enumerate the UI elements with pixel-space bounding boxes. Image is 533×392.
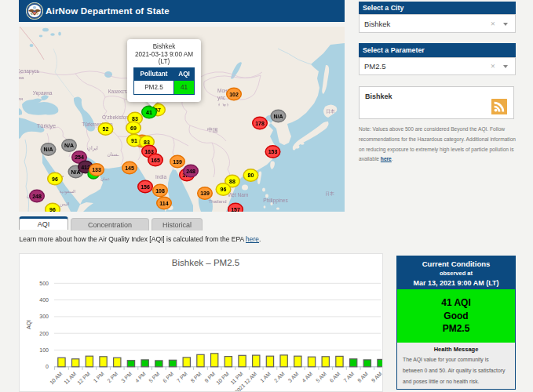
svg-text:Украина: Украина (33, 90, 53, 96)
svg-text:133: 133 (92, 167, 101, 172)
svg-text:السعودية: السعودية (60, 189, 76, 194)
svg-text:83: 83 (144, 140, 150, 145)
svg-text:114: 114 (159, 201, 168, 206)
svg-text:8 AM: 8 AM (356, 371, 369, 383)
svg-text:91: 91 (131, 138, 137, 143)
svg-text:Bishkek – PM2.5: Bishkek – PM2.5 (172, 258, 239, 267)
svg-text:11 AM: 11 AM (63, 371, 77, 385)
svg-text:India: India (155, 174, 166, 180)
svg-text:88: 88 (229, 179, 235, 184)
svg-text:3 AM: 3 AM (287, 371, 300, 383)
svg-text:3 PM: 3 PM (120, 371, 133, 383)
svg-text:248: 248 (32, 194, 42, 199)
svg-text:5 AM: 5 AM (315, 371, 327, 383)
svg-text:400: 400 (39, 297, 49, 303)
svg-text:اليمن: اليمن (60, 201, 70, 207)
svg-text:1 PM: 1 PM (92, 371, 104, 383)
svg-text:на: на (19, 75, 24, 80)
svg-text:96: 96 (49, 207, 56, 212)
svg-text:O’zbekiston: O’zbekiston (102, 114, 129, 120)
svg-text:500: 500 (39, 281, 49, 286)
svg-text:157: 157 (231, 207, 240, 212)
svg-text:300: 300 (39, 314, 49, 319)
svg-text:12 PM: 12 PM (76, 371, 91, 386)
svg-text:ـستان: ـستان (107, 152, 119, 157)
svg-text:102: 102 (229, 92, 239, 97)
svg-text:1 AM: 1 AM (259, 371, 272, 383)
svg-text:عمان: عمان (100, 176, 110, 181)
svg-text:улс: улс (217, 95, 226, 101)
svg-text:163: 163 (144, 149, 154, 154)
svg-text:2 AM: 2 AM (273, 371, 286, 383)
svg-text:ايران: ايران (87, 145, 98, 151)
svg-text:Türkiye: Türkiye (37, 122, 57, 129)
svg-text:Việt Nam: Việt Nam (228, 192, 249, 198)
svg-text:96: 96 (221, 187, 227, 192)
svg-text:日本: 日本 (326, 109, 335, 114)
svg-text:7 AM: 7 AM (342, 371, 355, 383)
svg-text:0: 0 (46, 364, 49, 369)
svg-text:100: 100 (39, 347, 49, 353)
svg-text:日本: 日本 (325, 191, 334, 197)
svg-text:2 PM: 2 PM (106, 371, 119, 383)
svg-text:4 AM: 4 AM (301, 371, 313, 383)
svg-text:153: 153 (268, 149, 278, 154)
svg-text:Thailand: Thailand (208, 199, 226, 204)
svg-text:145: 145 (125, 165, 134, 171)
svg-text:96: 96 (52, 176, 58, 182)
svg-text:80: 80 (248, 172, 254, 178)
svg-text:6 AM: 6 AM (329, 371, 341, 383)
svg-text:9 AM: 9 AM (371, 371, 382, 383)
svg-text:83: 83 (132, 116, 138, 122)
svg-text:4 PM: 4 PM (134, 371, 147, 383)
svg-text:5 PM: 5 PM (148, 371, 160, 383)
svg-text:中国: 中国 (207, 127, 218, 133)
svg-text:7 PM: 7 PM (176, 371, 188, 383)
svg-text:AQI: AQI (26, 320, 32, 329)
svg-text:10 AM: 10 AM (49, 371, 64, 386)
svg-text:41: 41 (146, 110, 152, 115)
svg-text:165: 165 (151, 158, 160, 163)
svg-text:10 PM: 10 PM (215, 371, 230, 386)
svg-text:ния: ния (19, 96, 23, 101)
svg-text:Philippines: Philippines (263, 198, 288, 204)
svg-text:Беларусь: Беларусь (19, 68, 40, 74)
svg-text:139: 139 (173, 159, 182, 165)
svg-text:52: 52 (103, 126, 109, 132)
svg-text:156: 156 (141, 184, 150, 190)
svg-text:108: 108 (155, 188, 165, 194)
svg-text:N/A: N/A (43, 147, 53, 152)
svg-text:N/A: N/A (64, 143, 74, 148)
svg-text:8 PM: 8 PM (189, 371, 202, 383)
svg-text:6 PM: 6 PM (162, 371, 174, 383)
svg-text:178: 178 (255, 121, 265, 126)
svg-text:200: 200 (39, 331, 49, 336)
svg-text:254: 254 (75, 154, 84, 160)
svg-text:248: 248 (186, 169, 195, 174)
svg-text:69: 69 (130, 125, 137, 131)
svg-text:ᠮᠤᠨ: ᠮᠤᠨ (218, 103, 232, 107)
svg-text:N/A: N/A (273, 114, 283, 119)
svg-text:139: 139 (200, 191, 210, 196)
